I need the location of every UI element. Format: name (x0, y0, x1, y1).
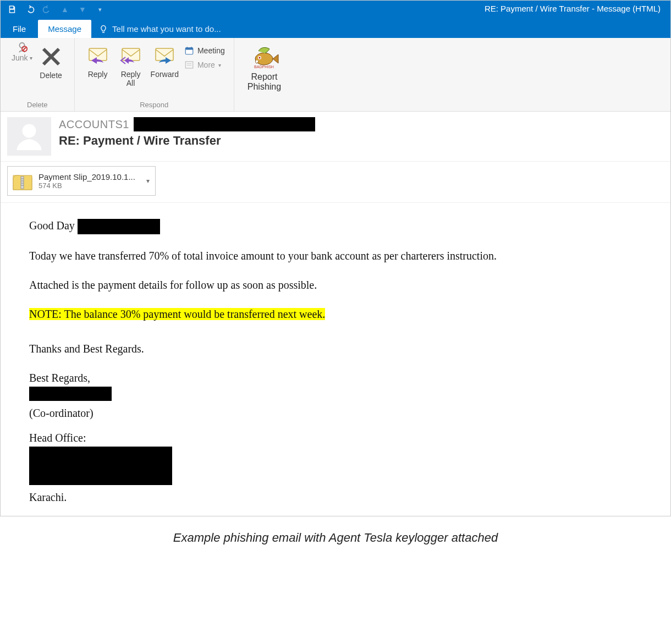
qat-customize-icon[interactable]: ▾ (95, 4, 105, 14)
qat-up-icon[interactable]: ▲ (60, 4, 70, 14)
attachment-filename: Payment Slip_2019.10.1... (38, 172, 135, 181)
body-greeting: Good Day (29, 219, 75, 232)
window-title: RE: Payment / Wire Transfer - Message (H… (485, 4, 661, 13)
sig-best-regards: Best Regards, (29, 371, 648, 386)
svg-point-19 (23, 124, 36, 138)
svg-rect-9 (185, 48, 193, 50)
tab-message[interactable]: Message (38, 20, 91, 38)
forward-icon (151, 43, 178, 69)
tell-me-label: Tell me what you want to do... (112, 24, 221, 34)
group-label-respond: Respond (75, 101, 234, 111)
ribbon-group-respond: Reply Reply All Forward Meeting (75, 38, 234, 111)
reply-all-button[interactable]: Reply All (114, 41, 147, 90)
report-phishing-button[interactable]: BADPHISH Report Phishing (244, 41, 284, 94)
body-paragraph-1: Today we have transferred 70% of total i… (29, 249, 648, 263)
figure-caption: Example phishing email with Agent Tesla … (0, 516, 671, 551)
junk-icon (16, 41, 28, 53)
meeting-button[interactable]: Meeting (182, 45, 227, 57)
body-note-highlighted: NOTE: The balance 30% payment would be t… (29, 308, 325, 320)
svg-rect-7 (156, 48, 173, 60)
junk-button[interactable]: Junk▾ (7, 41, 35, 62)
ribbon-group-phishing: BADPHISH Report Phishing (234, 38, 294, 111)
more-icon (184, 60, 194, 70)
signature-block: Best Regards, (Co-ordinator) Head Office… (29, 371, 648, 505)
group-label-delete: Delete (1, 101, 74, 111)
attachment-filesize: 574 KB (38, 181, 135, 190)
sig-role: (Co-ordinator) (29, 406, 648, 421)
svg-point-0 (19, 43, 24, 48)
svg-text:BADPHISH: BADPHISH (255, 65, 274, 69)
undo-icon[interactable] (25, 4, 35, 14)
outlook-message-window: ▲ ▼ ▾ RE: Payment / Wire Transfer - Mess… (0, 0, 671, 516)
attachments-bar: Payment Slip_2019.10.1... 574 KB ▾ (1, 162, 670, 203)
forward-button[interactable]: Forward (147, 41, 182, 81)
body-thanks: Thanks and Best Regards. (29, 342, 648, 356)
svg-point-15 (255, 53, 273, 65)
save-icon[interactable] (7, 4, 17, 14)
redacted-sig-name (29, 387, 112, 401)
tell-me-search[interactable]: Tell me what you want to do... (91, 20, 229, 38)
svg-rect-20 (21, 177, 24, 189)
lightbulb-icon (99, 25, 108, 34)
sender-avatar (7, 117, 51, 156)
svg-rect-6 (122, 48, 140, 60)
sig-head-office: Head Office: (29, 431, 648, 445)
svg-rect-5 (89, 48, 107, 60)
phish-fish-icon: BADPHISH (249, 43, 279, 71)
titlebar: ▲ ▼ ▾ RE: Payment / Wire Transfer - Mess… (1, 1, 670, 18)
message-body: Good Day Today we have transferred 70% o… (1, 203, 670, 516)
message-header: ACCOUNTS1 RE: Payment / Wire Transfer (1, 112, 670, 162)
body-paragraph-2: Attached is the payment details for foll… (29, 278, 648, 293)
message-subject: RE: Payment / Wire Transfer (59, 134, 315, 148)
svg-rect-12 (185, 62, 193, 68)
meeting-icon (184, 46, 194, 56)
sender-name: ACCOUNTS1 (59, 118, 129, 131)
delete-x-icon (38, 43, 64, 70)
sig-city: Karachi. (29, 490, 648, 505)
attachment-chip[interactable]: Payment Slip_2019.10.1... 574 KB ▾ (7, 166, 156, 196)
delete-button[interactable]: Delete (35, 41, 68, 82)
more-button[interactable]: More ▾ (182, 59, 227, 71)
qat-down-icon[interactable]: ▼ (78, 4, 87, 14)
svg-point-17 (259, 57, 261, 59)
zip-folder-icon (12, 170, 33, 192)
chevron-down-icon[interactable]: ▾ (146, 177, 150, 185)
redacted-address (29, 447, 172, 485)
redacted-sender-address (134, 117, 315, 131)
reply-icon (85, 43, 111, 69)
quick-access-toolbar: ▲ ▼ ▾ (1, 4, 105, 14)
ribbon-tabs: File Message Tell me what you want to do… (1, 18, 670, 38)
redacted-recipient (78, 219, 160, 234)
ribbon: Junk▾ Delete Delete Reply Reply All (1, 38, 670, 112)
reply-button[interactable]: Reply (81, 41, 114, 81)
redo-icon[interactable] (42, 4, 52, 14)
reply-all-icon (118, 43, 144, 69)
ribbon-group-delete: Junk▾ Delete Delete (1, 38, 75, 111)
tab-file[interactable]: File (1, 20, 38, 38)
